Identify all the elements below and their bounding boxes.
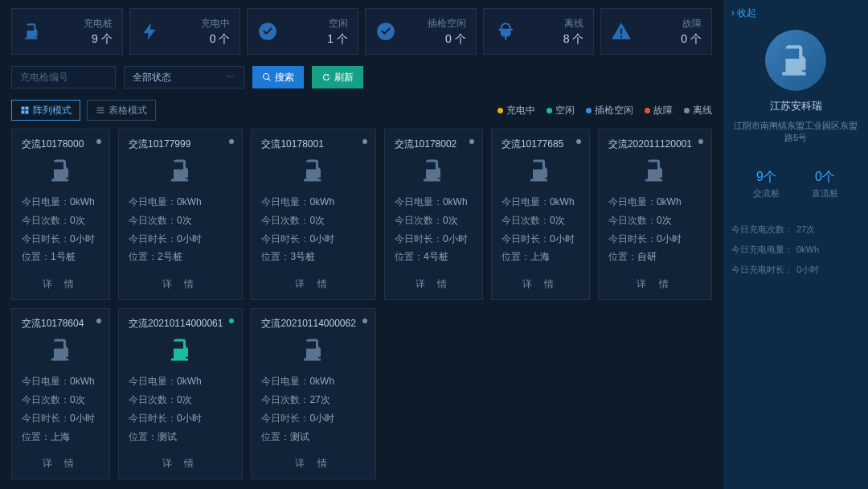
status-dot-icon: [362, 318, 367, 323]
station-card[interactable]: 交流202011120001 今日电量：0kWh 今日次数：0次 今日时长：0小…: [598, 129, 712, 300]
detail-button[interactable]: 详 情: [395, 273, 473, 291]
search-button[interactable]: 搜索: [252, 66, 304, 88]
card-duration: 今日时长：0小时: [129, 230, 232, 249]
today-duration-row: 今日充电时长：0小时: [731, 264, 860, 276]
card-count: 今日次数：0次: [129, 391, 232, 409]
legend-dot-icon: [547, 108, 552, 113]
station-card[interactable]: 交流10177685 今日电量：0kWh 今日次数：0次 今日时长：0小时 位置…: [491, 129, 590, 300]
today-duration-label: 今日充电时长：: [731, 265, 793, 274]
check-icon: [257, 21, 278, 42]
collapse-button[interactable]: › 收起: [731, 6, 756, 20]
card-energy: 今日电量：0kWh: [608, 193, 702, 212]
detail-button[interactable]: 详 情: [22, 273, 100, 291]
detail-button[interactable]: 详 情: [129, 273, 232, 291]
station-icon: [22, 335, 100, 364]
mode-table-button[interactable]: 表格模式: [87, 100, 156, 121]
stat-value: 0 个: [640, 32, 702, 47]
card-title: 交流10178001: [261, 138, 365, 151]
station-card[interactable]: 交流20210114000062 今日电量：0kWh 今日次数：27次 今日时长…: [251, 308, 375, 479]
card-duration: 今日时长：0小时: [261, 409, 365, 428]
legend-item: 空闲: [547, 104, 575, 117]
mode-grid-button[interactable]: 阵列模式: [11, 100, 80, 121]
dc-label: 直流桩: [812, 187, 838, 199]
today-energy-label: 今日充电电量：: [731, 244, 793, 254]
ac-stat: 9个 交流桩: [753, 169, 780, 199]
stat-2: 空闲 1 个: [247, 8, 358, 55]
stat-label: 离线: [522, 17, 584, 31]
filter-bar: 全部状态 ﹀ 搜索 刷新: [11, 66, 712, 88]
card-location: 位置：自研: [608, 248, 702, 266]
card-count: 今日次数：0次: [502, 212, 579, 230]
station-icon: [776, 40, 816, 80]
grid-icon: [20, 105, 30, 115]
detail-button[interactable]: 详 情: [129, 452, 232, 471]
stat-4: 离线 8 个: [483, 8, 595, 55]
today-energy-row: 今日充电电量：0kWh: [731, 244, 860, 256]
stat-1: 充电中 0 个: [129, 8, 241, 55]
station-icon: [261, 156, 365, 185]
stat-value: 0 个: [404, 32, 466, 47]
status-dot-icon: [362, 139, 367, 144]
card-count: 今日次数：0次: [22, 391, 100, 409]
detail-button[interactable]: 详 情: [22, 452, 100, 471]
station-icon: [395, 156, 473, 185]
card-title: 交流10178604: [22, 317, 100, 331]
card-title: 交流10178002: [395, 138, 473, 151]
legend-dot-icon: [684, 108, 690, 113]
card-location: 位置：上海: [22, 428, 100, 446]
status-dot-icon: [698, 139, 703, 144]
card-duration: 今日时长：0小时: [261, 230, 365, 249]
legend-item: 离线: [684, 104, 712, 117]
legend: 充电中空闲插枪空闲故障离线: [497, 104, 712, 117]
station-card[interactable]: 交流10177999 今日电量：0kWh 今日次数：0次 今日时长：0小时 位置…: [118, 129, 243, 300]
refresh-button-label: 刷新: [334, 71, 354, 84]
stat-value: 0 个: [169, 32, 231, 47]
mode-legend-row: 阵列模式 表格模式 充电中空闲插枪空闲故障离线: [11, 100, 712, 121]
card-count: 今日次数：0次: [395, 212, 473, 230]
search-input[interactable]: [11, 66, 116, 88]
warn-icon: [611, 21, 632, 42]
status-dot-icon: [576, 139, 581, 144]
legend-item: 充电中: [497, 104, 535, 117]
station-card[interactable]: 交流10178002 今日电量：0kWh 今日次数：0次 今日时长：0小时 位置…: [384, 129, 483, 300]
search-button-label: 搜索: [275, 71, 294, 84]
station-card[interactable]: 交流20210114000061 今日电量：0kWh 今日次数：0次 今日时长：…: [118, 308, 243, 479]
stat-label: 故障: [640, 17, 702, 31]
stat-value: 9 个: [51, 32, 113, 47]
detail-button[interactable]: 详 情: [608, 273, 702, 291]
card-location: 位置：测试: [261, 428, 365, 446]
status-dot-icon: [96, 318, 101, 323]
station-card[interactable]: 交流10178604 今日电量：0kWh 今日次数：0次 今日时长：0小时 位置…: [11, 308, 110, 479]
card-count: 今日次数：27次: [261, 391, 365, 409]
card-grid: 交流10178000 今日电量：0kWh 今日次数：0次 今日时长：0小时 位置…: [11, 129, 712, 479]
today-duration-value: 0小时: [796, 265, 819, 274]
card-title: 交流10177685: [502, 138, 579, 151]
mode-grid-label: 阵列模式: [33, 104, 72, 117]
refresh-button[interactable]: 刷新: [312, 66, 363, 88]
detail-button[interactable]: 详 情: [261, 273, 365, 291]
status-select[interactable]: 全部状态 ﹀: [124, 66, 244, 88]
status-select-value: 全部状态: [133, 71, 171, 84]
bolt-icon: [140, 21, 161, 42]
dc-count: 0个: [812, 169, 838, 186]
check-icon: [375, 21, 396, 42]
detail-button[interactable]: 详 情: [502, 273, 579, 291]
stat-value: 8 个: [522, 32, 584, 47]
card-duration: 今日时长：0小时: [129, 409, 232, 428]
company-address: 江阴市南闸镇东盟工业园区东盟路5号: [731, 120, 860, 145]
station-card[interactable]: 交流10178000 今日电量：0kWh 今日次数：0次 今日时长：0小时 位置…: [11, 129, 110, 300]
station-card[interactable]: 交流10178001 今日电量：0kWh 今日次数：0次 今日时长：0小时 位置…: [251, 129, 375, 300]
detail-button[interactable]: 详 情: [261, 452, 365, 471]
avatar: [765, 30, 826, 91]
stat-3: 插枪空闲 0 个: [365, 8, 477, 55]
card-title: 交流10177999: [129, 138, 232, 151]
legend-item: 插枪空闲: [586, 104, 633, 117]
chevron-down-icon: ﹀: [226, 71, 235, 84]
card-duration: 今日时长：0小时: [395, 230, 473, 249]
card-count: 今日次数：0次: [261, 212, 365, 230]
stat-label: 空闲: [286, 17, 348, 31]
stat-0: 充电桩 9 个: [11, 8, 123, 55]
collapse-label: 收起: [737, 7, 756, 18]
status-dot-icon: [229, 318, 234, 323]
card-duration: 今日时长：0小时: [608, 230, 702, 249]
